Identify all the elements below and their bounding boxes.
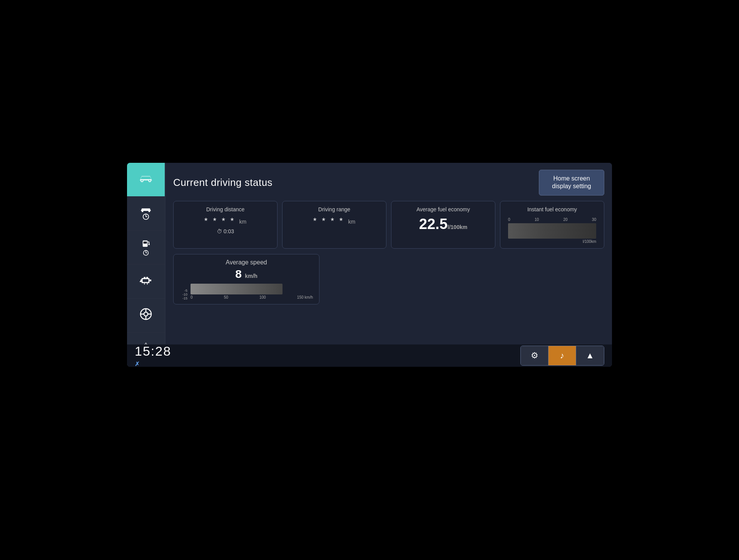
card-driving-distance: Driving distance * * * * km ⏱ 0:03 [173,201,278,249]
car-icon [137,172,154,187]
sidebar-item-wheel[interactable] [127,299,165,333]
instant-fuel-labels: 0 10 20 30 [508,217,596,222]
driving-distance-title: Driving distance [180,206,271,213]
car-clock-icon [139,206,153,220]
card-avg-fuel: Average fuel economy 22.5l/100km [391,201,495,249]
nav-music[interactable]: ♪ [548,346,576,365]
sidebar-item-engine[interactable] [127,264,165,298]
avg-fuel-value: 22.5l/100km [398,216,489,232]
instant-fuel-title: Instant fuel economy [507,206,598,213]
svg-point-2 [141,180,143,181]
svg-point-3 [149,180,150,181]
sidebar-item-car-clock[interactable] [127,197,165,231]
header-row: Current driving status Home screen displ… [173,170,604,196]
svg-rect-4 [142,177,145,179]
home-screen-button[interactable]: Home screen display setting [539,170,604,196]
svg-rect-12 [144,241,147,244]
avg-fuel-title: Average fuel economy [398,206,489,213]
page-title: Current driving status [173,177,273,189]
svg-rect-5 [147,177,149,179]
settings-icon: ⚙ [531,351,538,361]
svg-point-15 [148,244,150,245]
bottom-row: Average speed 8 km/h -5 -10 -15 [173,254,604,304]
driving-range-value: * * * * km [289,216,380,226]
speed-y-labels: -5 -10 -15 [180,289,187,299]
nav-navigation[interactable]: ▲ [576,346,604,365]
engine-icon [139,274,153,289]
speed-bar [191,284,283,294]
svg-rect-24 [146,277,148,279]
fuel-clock-icon [142,239,150,256]
svg-rect-20 [143,279,149,282]
card-avg-speed: Average speed 8 km/h -5 -10 -15 [173,254,319,304]
sidebar [127,163,166,367]
svg-point-29 [144,312,148,316]
avg-speed-title: Average speed [180,259,313,266]
svg-rect-22 [149,279,151,281]
avg-speed-value: 8 km/h [180,267,313,281]
navigation-icon: ▲ [586,351,594,361]
svg-point-7 [148,211,150,212]
card-instant-fuel: Instant fuel economy 0 10 20 30 l/100km [500,201,604,249]
svg-rect-23 [144,277,145,279]
bottom-bar: 15:28 ✗ ⚙ ♪ ▲ [127,344,612,367]
speed-x-labels: 0 50 100 150 km/h [191,295,313,299]
sidebar-item-fuel-clock[interactable] [127,231,165,264]
clock-section: 15:28 ✗ [135,344,171,367]
cards-row: Driving distance * * * * km ⏱ 0:03 Drivi… [173,201,604,249]
driving-distance-value: * * * * km [180,216,271,226]
instant-fuel-unit: l/100km [508,239,596,244]
instant-fuel-chart: 0 10 20 30 l/100km [507,216,598,244]
wheel-icon [139,307,153,324]
clock-display: 15:28 [135,344,171,359]
driving-distance-timer: ⏱ 0:03 [180,228,271,234]
svg-rect-27 [140,281,142,282]
bottom-nav: ⚙ ♪ ▲ [520,346,604,366]
sidebar-item-car[interactable] [127,163,165,197]
instant-fuel-bar [508,223,596,239]
main-screen: Current driving status Home screen displ… [127,163,612,367]
card-driving-range: Driving range * * * * km [282,201,386,249]
speed-chart: -5 -10 -15 0 50 100 150 km/h [180,284,313,299]
nav-settings[interactable]: ⚙ [521,346,548,365]
bluetooth-icon: ✗ [135,360,171,367]
driving-range-title: Driving range [289,206,380,213]
svg-point-6 [142,211,144,212]
music-icon: ♪ [560,351,564,361]
main-content: Current driving status Home screen displ… [166,163,612,367]
stopwatch-icon: ⏱ [217,228,222,234]
